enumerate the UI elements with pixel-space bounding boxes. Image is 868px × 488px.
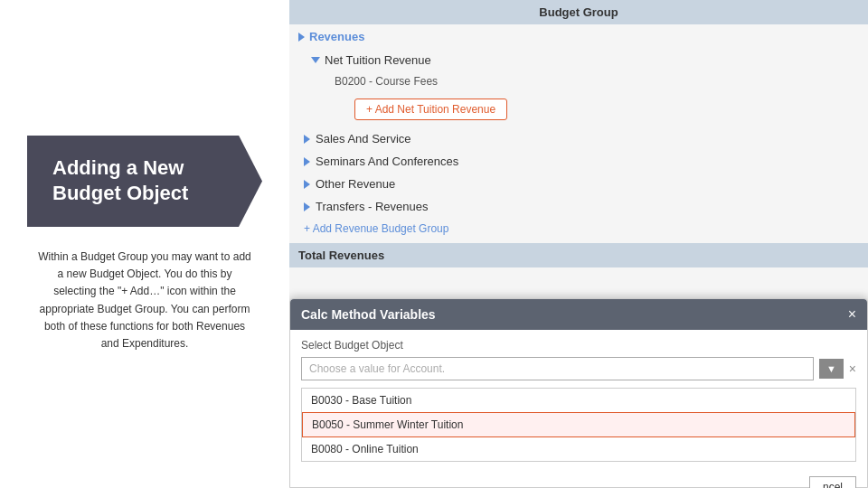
revenues-header[interactable]: Revenues [289,24,868,49]
calc-modal-header: Calc Method Variables × [290,299,867,330]
add-revenue-budget-link[interactable]: + Add Revenue Budget Group [289,218,868,239]
dropdown-item-b0030[interactable]: B0030 - Base Tuition [302,389,855,412]
revenues-label: Revenues [309,30,364,43]
net-tuition-row[interactable]: Net Tuition Revenue [289,49,868,71]
modal-footer: ncel [290,471,867,488]
account-placeholder: Choose a value for Account. [309,362,445,375]
select-row: Choose a value for Account. ▼ × [301,357,856,380]
calc-modal: Calc Method Variables × Select Budget Ob… [289,298,868,488]
transfers-label: Transfers - Revenues [316,200,429,213]
other-revenue-label: Other Revenue [316,177,395,191]
slide-title-text: Adding a New Budget Object [52,156,188,205]
seminars-row[interactable]: Seminars And Conferences [289,150,868,173]
slide-description: Within a Budget Group you may want to ad… [36,249,253,352]
sales-label: Sales And Service [316,132,411,145]
net-tuition-expand-icon [311,57,320,63]
account-select[interactable]: Choose a value for Account. [301,357,814,380]
transfers-row[interactable]: Transfers - Revenues [289,195,868,218]
transfers-expand-icon [304,202,310,211]
calc-modal-title: Calc Method Variables [301,307,436,322]
course-fees-row: B0200 - Course Fees [289,71,868,91]
budget-group-header: Budget Group [289,0,868,24]
budget-panel: Budget Group Revenues Net Tuition Revenu… [289,0,868,334]
dropdown-item-b0050[interactable]: B0050 - Summer Winter Tuition [302,412,855,437]
sales-expand-icon [304,135,310,144]
calc-select-label: Select Budget Object [301,339,856,352]
other-revenue-row[interactable]: Other Revenue [289,173,868,195]
seminars-label: Seminars And Conferences [316,155,458,168]
left-panel: Adding a New Budget Object Within a Budg… [0,0,289,488]
total-revenues-bar: Total Revenues [289,243,868,267]
slide-title: Adding a New Budget Object [27,136,262,227]
cancel-button[interactable]: ncel [809,476,856,488]
dropdown-item-b0080[interactable]: B0080 - Online Tuition [302,437,855,461]
account-clear-button[interactable]: × [849,361,856,376]
course-fees-label: B0200 - Course Fees [335,75,438,88]
add-net-tuition-button[interactable]: + Add Net Tuition Revenue [354,99,507,120]
calc-modal-close-button[interactable]: × [848,306,856,323]
sales-and-service-row[interactable]: Sales And Service [289,127,868,150]
account-dropdown-arrow[interactable]: ▼ [819,359,844,379]
seminars-expand-icon [304,157,310,166]
revenues-expand-icon [298,33,305,42]
dropdown-list: B0030 - Base Tuition B0050 - Summer Wint… [301,388,856,462]
other-revenue-expand-icon [304,180,310,189]
right-panel: Budget Group Revenues Net Tuition Revenu… [289,0,868,488]
calc-modal-body: Select Budget Object Choose a value for … [290,330,867,471]
net-tuition-label: Net Tuition Revenue [325,53,431,67]
